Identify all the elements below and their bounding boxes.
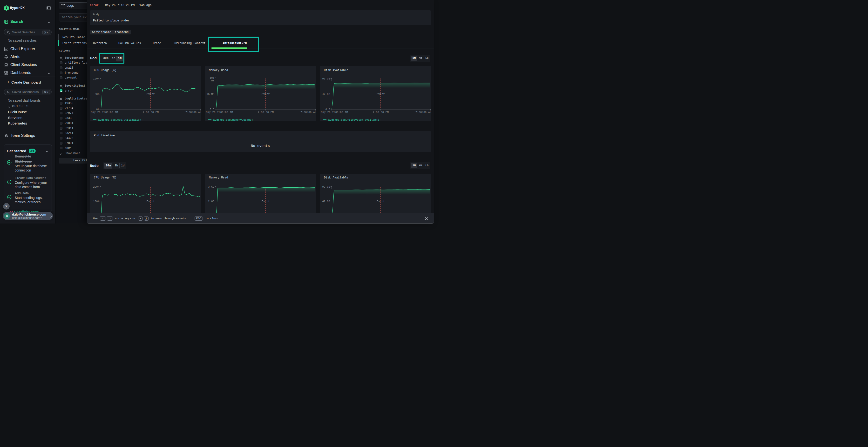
- svg-text:3 GB: 3 GB: [208, 185, 214, 188]
- svg-text:Event: Event: [261, 200, 270, 203]
- svg-text:2 GB: 2 GB: [208, 200, 214, 203]
- svg-text:MB: MB: [211, 79, 214, 82]
- svg-text:7:00:00 AM: 7:00:00 AM: [415, 111, 431, 114]
- svg-text:100%: 100%: [93, 200, 99, 203]
- svg-text:47 GB: 47 GB: [322, 93, 330, 96]
- svg-text:May 26 7:00:00 AM: May 26 7:00:00 AM: [321, 111, 348, 114]
- svg-text:Event: Event: [147, 200, 155, 203]
- svg-text:95 MB: 95 MB: [207, 93, 215, 96]
- svg-text:Event: Event: [377, 93, 385, 96]
- svg-text:7:00:00 AM: 7:00:00 AM: [301, 111, 316, 114]
- svg-text:0 B: 0 B: [326, 108, 330, 111]
- svg-text:Event: Event: [147, 93, 155, 96]
- svg-text:7:30:00 PM: 7:30:00 PM: [143, 111, 159, 114]
- svg-text:Event: Event: [377, 200, 385, 203]
- svg-text:May 26 7:00:00 AM: May 26 7:00:00 AM: [91, 111, 118, 114]
- svg-text:avg(k8s.pod.filesystem.availab: avg(k8s.pod.filesystem.available): [328, 118, 381, 122]
- svg-text:120%: 120%: [93, 77, 99, 80]
- svg-text:avg(k8s.pod.cpu.utilization): avg(k8s.pod.cpu.utilization): [98, 118, 143, 122]
- svg-text:93 GB: 93 GB: [322, 77, 330, 80]
- svg-text:200%: 200%: [93, 185, 99, 188]
- svg-text:93 GB: 93 GB: [322, 185, 330, 188]
- svg-text:7:00:00 AM: 7:00:00 AM: [185, 111, 201, 114]
- svg-text:0%: 0%: [96, 108, 99, 111]
- svg-text:60%: 60%: [95, 93, 100, 96]
- svg-text:May 26 7:00:00 AM: May 26 7:00:00 AM: [206, 111, 233, 114]
- svg-text:avg(k8s.pod.memory.usage): avg(k8s.pod.memory.usage): [213, 118, 253, 122]
- svg-text:47 GB: 47 GB: [322, 200, 330, 203]
- svg-text:7:30:00 PM: 7:30:00 PM: [373, 111, 389, 114]
- svg-text:Event: Event: [261, 93, 270, 96]
- svg-text:0 B: 0 B: [210, 108, 215, 111]
- svg-text:7:30:00 PM: 7:30:00 PM: [258, 111, 274, 114]
